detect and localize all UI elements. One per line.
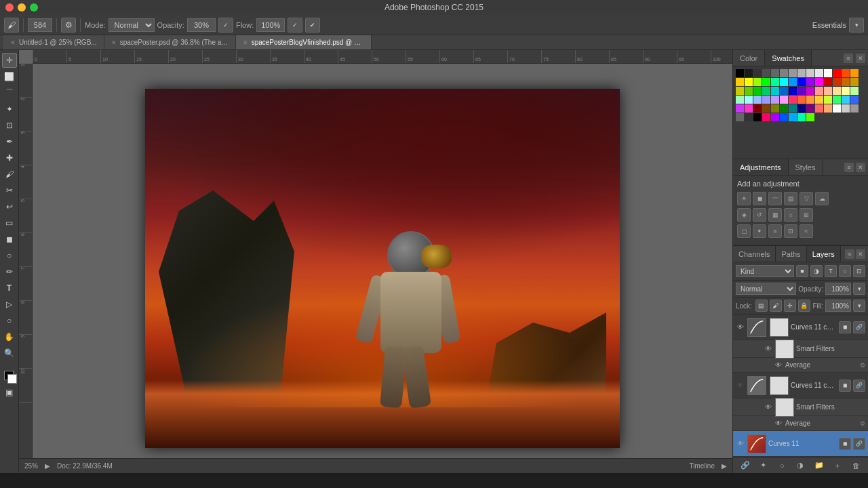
lock-transparent-icon[interactable]: ▤ (755, 300, 768, 312)
path-select-tool[interactable]: ▷ (2, 297, 17, 312)
layer-eye-curves11copy[interactable]: 👁 (736, 381, 745, 390)
swatch[interactable] (780, 104, 788, 113)
opacity-dropdown-icon[interactable]: ▾ (853, 283, 865, 295)
layer-options-curves11copy2[interactable]: ◼ (839, 321, 851, 333)
shape-tool[interactable]: ○ (2, 313, 17, 328)
swatch[interactable] (789, 78, 797, 86)
swatch[interactable] (815, 69, 823, 77)
swatch[interactable] (806, 104, 814, 113)
brush-options-icon[interactable]: ⚙ (61, 18, 76, 33)
swatch[interactable] (833, 96, 841, 104)
opacity-options-icon[interactable]: ✓ (218, 18, 233, 33)
layer-eye-average-copy2[interactable]: 👁 (774, 361, 783, 370)
swatch[interactable] (780, 113, 788, 121)
tab-color[interactable]: Color (733, 50, 765, 66)
adj-colorbalance[interactable]: ◈ (737, 208, 751, 222)
swatch[interactable] (815, 78, 823, 86)
tab-close-spaceposterblog[interactable]: ✕ (243, 39, 248, 46)
swatch[interactable] (762, 104, 770, 113)
swatch[interactable] (771, 87, 779, 95)
swatch[interactable] (797, 87, 806, 95)
maximize-button[interactable] (30, 3, 38, 12)
swatch[interactable] (745, 113, 753, 121)
layer-curves11copy[interactable]: 👁 Curves 11 copy ◼ 🔗 (733, 373, 868, 399)
swatch[interactable] (806, 87, 814, 95)
swatch[interactable] (745, 69, 753, 77)
swatch[interactable] (833, 87, 841, 95)
kind-dropdown[interactable]: Kind (736, 265, 794, 277)
swatch[interactable] (762, 69, 770, 77)
swatch[interactable] (850, 69, 859, 77)
magic-wand-tool[interactable]: ✦ (2, 102, 17, 117)
lasso-tool[interactable]: ⌒ (2, 85, 17, 100)
opacity-value-input[interactable] (825, 283, 851, 295)
brush-tool[interactable]: 🖌 (2, 167, 17, 182)
adj-hsl[interactable]: ☁ (815, 192, 829, 205)
swatch[interactable] (806, 78, 814, 86)
adj-gradient-map[interactable]: ⊡ (784, 224, 797, 238)
adj-curves[interactable]: 〰 (768, 192, 782, 205)
swatch[interactable] (815, 104, 823, 113)
tab-paths[interactable]: Paths (776, 246, 806, 262)
layer-eye-smartfilters-copy2[interactable]: 👁 (764, 344, 773, 354)
brush-tool-icon[interactable]: 🖌 (4, 18, 19, 33)
swatch[interactable] (842, 78, 850, 86)
panel-menu-icon[interactable]: ≡ (844, 54, 853, 63)
eraser-tool[interactable]: ▭ (2, 216, 17, 230)
dodge-tool[interactable]: ○ (2, 248, 17, 263)
lock-move-icon[interactable]: ✛ (784, 300, 796, 312)
timeline-play-icon[interactable]: ▶ (722, 462, 727, 470)
swatch[interactable] (815, 87, 823, 95)
minimize-button[interactable] (18, 3, 26, 12)
swatch[interactable] (789, 104, 797, 113)
swatch[interactable] (780, 78, 788, 86)
adj-panel-menu[interactable]: ≡ (844, 163, 854, 172)
swatch[interactable] (833, 78, 841, 86)
fill-dropdown-icon[interactable]: ▾ (853, 300, 865, 312)
swatch[interactable] (762, 113, 770, 121)
swatch[interactable] (824, 96, 832, 104)
tab-adjustments[interactable]: Adjustments (733, 159, 789, 175)
zoom-tool[interactable]: 🔍 (2, 346, 17, 361)
essentials-dropdown[interactable]: ▾ (849, 18, 864, 33)
swatch[interactable] (833, 104, 841, 113)
brush-size-input[interactable]: 584 (28, 18, 52, 32)
swatch[interactable] (789, 87, 797, 95)
fill-value-input[interactable] (825, 300, 851, 312)
swatch[interactable] (771, 113, 779, 121)
swatch[interactable] (842, 87, 850, 95)
swatch[interactable] (806, 113, 814, 121)
new-group-icon[interactable]: 📁 (813, 460, 825, 472)
canvas-content[interactable] (33, 64, 732, 473)
swatch[interactable] (824, 69, 832, 77)
swatch[interactable] (753, 104, 762, 113)
marquee-rect-tool[interactable]: ⬜ (2, 69, 17, 84)
swatch[interactable] (780, 96, 788, 104)
pen-tool[interactable]: ✏ (2, 264, 17, 279)
swatch[interactable] (745, 104, 753, 113)
swatch[interactable] (753, 87, 762, 95)
adj-invert[interactable]: ◻ (737, 224, 751, 238)
swatch[interactable] (824, 78, 832, 86)
swatch[interactable] (797, 96, 806, 104)
adj-posterize[interactable]: ✦ (753, 224, 766, 238)
tab-layers[interactable]: Layers (807, 246, 841, 262)
layer-link-curves11copy[interactable]: 🔗 (853, 380, 865, 392)
swatch[interactable] (815, 96, 823, 104)
hand-tool[interactable]: ✋ (2, 329, 17, 344)
swatch[interactable] (762, 96, 770, 104)
swatch[interactable] (789, 96, 797, 104)
swatch[interactable] (745, 87, 753, 95)
swatch[interactable] (797, 69, 806, 77)
crop-tool[interactable]: ⊡ (2, 118, 17, 133)
adj-threshold[interactable]: ≡ (768, 224, 782, 238)
tab-swatches[interactable]: Swatches (765, 50, 812, 66)
adj-vibrance[interactable]: ▽ (800, 192, 813, 205)
swatch[interactable] (797, 113, 806, 121)
lock-image-icon[interactable]: 🖌 (770, 300, 782, 312)
swatch[interactable] (736, 96, 744, 104)
tab-close-untitled[interactable]: ✕ (10, 39, 16, 46)
swatch[interactable] (806, 96, 814, 104)
tab-channels[interactable]: Channels (733, 246, 776, 262)
adj-brightness[interactable]: ☀ (737, 192, 751, 205)
